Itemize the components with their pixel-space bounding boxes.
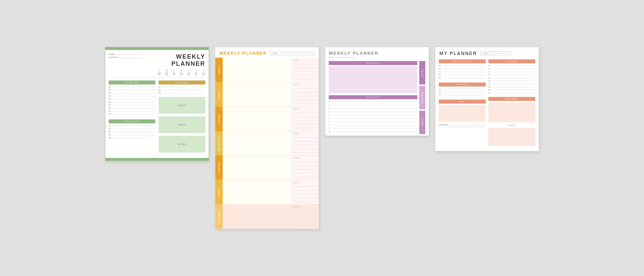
p2-note-label-m: NOTE: [293, 84, 317, 86]
p1-day-s1: S: [159, 69, 160, 71]
p2-content-tuesday: [223, 107, 292, 131]
p2-content-sunday: [223, 58, 292, 82]
p4-idea-header: IDEA: [439, 100, 486, 104]
list-item: 01.: [109, 86, 155, 88]
p1-day-s2: S: [203, 69, 204, 71]
p2-day-tuesday: TUESDAY: [215, 107, 223, 131]
p3-personal-side: PERSONAL: [419, 86, 425, 109]
p3-big-goals-box: [329, 66, 417, 93]
p3-title: WEEKLY PLANNER: [329, 51, 425, 56]
list-item: 03.: [439, 94, 486, 96]
p2-note-wednesday: NOTE: [292, 131, 319, 155]
list-item: 04.: [109, 134, 155, 136]
list-item: 6.: [329, 117, 417, 119]
list-item: 01.: [159, 86, 205, 88]
list-item: 3.: [329, 107, 417, 109]
p4-body: DAILY ROUTINE 01. 02. 03. 04. 05. TOP GO…: [435, 58, 539, 151]
p2-note-monday: NOTE: [292, 82, 319, 106]
p4-top-goals-header: TOP GOALS: [439, 82, 486, 87]
p4-daily-routine-header: DAILY ROUTINE: [439, 59, 486, 63]
p1-top-bar: [105, 47, 209, 50]
p1-title: WEEKLY PLANNER: [141, 53, 205, 67]
p2-row-sunday: NOTE: [223, 58, 319, 82]
p2-day-wednesday: WEDNESDAY: [215, 131, 223, 156]
p1-ideas-box: IDEAS: [159, 116, 205, 133]
list-item: 01.: [109, 125, 155, 127]
planners-container: NAME : CONTACT : WEEKLY PLANNER S M T W …: [105, 47, 539, 229]
p3-date-label: DATE :: [329, 56, 334, 58]
planner-3: WEEKLY PLANNER DATE : BIG GOALS TO DO LI…: [325, 47, 429, 136]
p1-day-m: M: [166, 69, 167, 71]
p1-day-t2: T: [188, 69, 189, 71]
list-item: 7.: [329, 121, 417, 123]
p2-content-friday: [223, 180, 292, 204]
p2-day-saturday: SATURDAY: [215, 204, 223, 229]
p2-content-thursday: [223, 156, 292, 180]
p2-note-label-f: NOTE: [293, 181, 317, 183]
list-item: 9.: [329, 127, 417, 129]
list-item: [439, 127, 486, 127]
list-item: 03.: [109, 131, 155, 133]
list-item: 4.: [329, 111, 417, 113]
p2-note-saturday: NOTE: [292, 205, 319, 229]
p2-note-label: NOTE: [293, 59, 317, 61]
p1-bottom-bar: [105, 158, 209, 161]
p1-name-label: NAME :: [109, 53, 116, 55]
list-item: 03.: [109, 92, 155, 94]
list-item: 01.: [439, 65, 486, 67]
p4-idea-box: [439, 105, 486, 122]
p1-days-row: S M T W T F S: [105, 69, 209, 77]
list-item: 5.: [329, 114, 417, 116]
p2-day-sunday: SUNDAY: [215, 58, 223, 82]
p2-date-label: DATE :: [273, 52, 278, 54]
list-item: 10.: [109, 113, 155, 115]
p2-note-sunday: NOTE: [292, 58, 319, 82]
p3-todo-header: TO DO LIST: [329, 95, 417, 99]
p4-col-left: DAILY ROUTINE 01. 02. 03. 04. 05. TOP GO…: [439, 59, 486, 148]
p4-note-label: NOTE: [488, 124, 535, 126]
list-item: 04.: [439, 74, 486, 76]
list-item: 8.: [329, 124, 417, 126]
p2-row-monday: NOTE: [223, 82, 319, 107]
list-item: 1.: [329, 101, 417, 103]
p2-note-label-w: NOTE: [293, 132, 317, 134]
p3-col-left: BIG GOALS TO DO LIST 1. 2. 3. 4. 5. 6. 7…: [329, 61, 417, 134]
list-item: 2.: [329, 104, 417, 106]
p2-day-friday: FRIDAY: [215, 180, 223, 204]
list-item: 04.: [488, 74, 535, 76]
list-item: 10.: [329, 131, 417, 133]
p2-title: WEEKLY PLANNER: [219, 51, 267, 56]
p2-day-thursday: THURSDAY: [215, 155, 223, 180]
list-item: 04.: [109, 95, 155, 97]
p2-date-box: DATE :: [270, 51, 315, 55]
p2-row-wednesday: NOTE: [223, 131, 319, 156]
list-item: 05.: [488, 77, 535, 79]
p2-day-monday: MONDAY: [215, 82, 223, 107]
p1-goals-header: TOP GOALS: [159, 80, 205, 85]
list-item: 06.: [488, 80, 535, 82]
p1-focus-box: FOCUS: [159, 97, 205, 114]
list-item: 09.: [109, 110, 155, 112]
list-item: 02.: [439, 68, 486, 70]
p1-day-f: F: [196, 69, 197, 71]
list-item: 05.: [109, 98, 155, 100]
p2-content-monday: [223, 82, 292, 106]
list-item: 02.: [109, 89, 155, 91]
p2-row-saturday: NOTE: [223, 205, 319, 229]
p2-note-label-t: NOTE: [293, 108, 317, 110]
list-item: 01.: [488, 65, 535, 67]
list-item: 05.: [439, 77, 486, 79]
p2-main-col: NOTE NOTE NOTE: [223, 58, 319, 229]
p4-date-box: DATE: [480, 51, 511, 55]
p2-note-tuesday: NOTE: [292, 107, 319, 131]
p4-personal-header: PERSONAL: [488, 97, 535, 101]
list-item: 02.: [488, 68, 535, 70]
p2-row-tuesday: NOTE: [223, 107, 319, 131]
p4-col-right: SCHEDULE 01. 02. 03. 04. 05. 06. 07. 08.…: [488, 59, 535, 148]
planner-1: NAME : CONTACT : WEEKLY PLANNER S M T W …: [105, 47, 209, 161]
list-item: 02.: [439, 91, 486, 93]
planner-4: MY PLANNER DATE DAILY ROUTINE 01. 02. 03…: [435, 47, 539, 151]
list-item: 01.: [439, 88, 486, 90]
list-item: 02.: [159, 89, 205, 91]
p2-note-label-th: NOTE: [293, 157, 317, 159]
